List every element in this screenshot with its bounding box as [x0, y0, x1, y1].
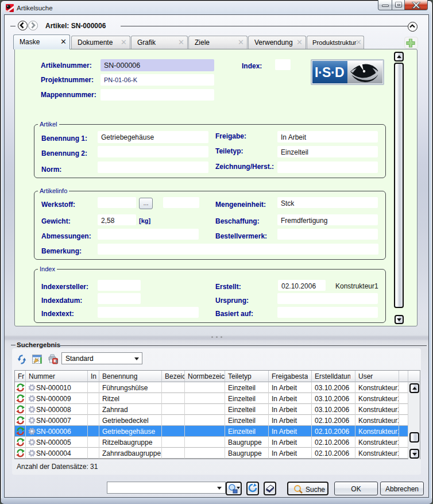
svg-text:I·S·D: I·S·D	[315, 65, 344, 80]
